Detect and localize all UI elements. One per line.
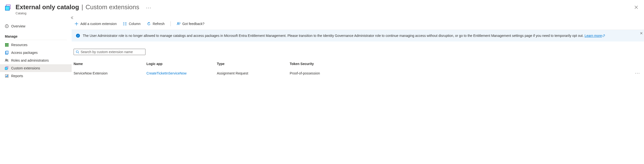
svg-rect-22 xyxy=(6,75,7,77)
breadcrumb: Catalog xyxy=(16,11,152,15)
close-icon xyxy=(634,6,638,10)
svg-rect-19 xyxy=(5,67,7,70)
svg-rect-1 xyxy=(5,6,10,10)
page-title-bold: External only catalog xyxy=(16,3,79,11)
svg-rect-6 xyxy=(6,43,7,44)
button-label: Column xyxy=(129,22,140,26)
svg-rect-5 xyxy=(5,43,6,44)
col-header-logic-app[interactable]: Logic app xyxy=(146,62,217,66)
info-circle-icon: i xyxy=(76,34,80,38)
external-link-icon xyxy=(602,34,605,38)
info-icon xyxy=(5,24,9,28)
plus-icon xyxy=(74,22,78,26)
refresh-button[interactable]: Refresh xyxy=(146,21,166,27)
svg-rect-8 xyxy=(5,44,6,45)
main-content: Add a custom extension Column Refresh xyxy=(72,16,644,80)
more-actions-button[interactable]: ··· xyxy=(146,5,152,10)
table-row: ServiceNow Extension CreateTicketInServi… xyxy=(74,68,642,78)
page-title-sub: Custom extensions xyxy=(86,3,139,11)
svg-point-25 xyxy=(76,51,78,53)
toolbar: Add a custom extension Column Refresh xyxy=(72,19,644,30)
search-icon xyxy=(76,50,79,54)
feedback-button[interactable]: Got feedback? xyxy=(176,21,206,27)
report-icon xyxy=(5,74,9,78)
svg-rect-10 xyxy=(8,44,8,45)
sidebar: Overview Manage Resources Access packag xyxy=(0,16,72,80)
svg-rect-15 xyxy=(6,51,8,54)
people-icon xyxy=(5,58,9,62)
sidebar-item-resources[interactable]: Resources xyxy=(0,41,72,49)
svg-point-24 xyxy=(177,22,178,24)
page-header: External only catalog | Custom extension… xyxy=(0,0,644,16)
svg-rect-21 xyxy=(6,76,6,77)
svg-rect-9 xyxy=(6,44,7,45)
refresh-icon xyxy=(147,22,151,26)
info-banner: i The User Administrator role is no long… xyxy=(72,30,644,41)
extension-icon xyxy=(5,66,9,70)
sidebar-item-access-packages[interactable]: Access packages xyxy=(0,49,72,56)
cell-name: ServiceNow Extension xyxy=(74,71,146,75)
collapse-sidebar-button[interactable] xyxy=(70,16,74,20)
sidebar-item-label: Reports xyxy=(11,74,23,78)
sidebar-section-manage: Manage xyxy=(5,32,67,40)
sidebar-item-reports[interactable]: Reports xyxy=(0,72,72,80)
svg-rect-12 xyxy=(6,46,7,47)
svg-rect-7 xyxy=(8,43,8,44)
search-input[interactable] xyxy=(80,50,143,54)
sidebar-item-custom-extensions[interactable]: Custom extensions xyxy=(0,64,72,72)
svg-rect-4 xyxy=(6,25,7,26)
svg-point-17 xyxy=(7,59,8,60)
close-button[interactable] xyxy=(633,4,639,11)
dismiss-banner-button[interactable] xyxy=(640,31,642,35)
sidebar-item-label: Resources xyxy=(11,43,28,47)
search-box[interactable] xyxy=(74,49,146,55)
package-icon xyxy=(5,51,9,55)
button-label: Add a custom extension xyxy=(80,22,116,26)
table-header-row: Name Logic app Type Token Security xyxy=(74,59,642,68)
sidebar-item-label: Custom extensions xyxy=(11,66,40,70)
extensions-table: Name Logic app Type Token Security Servi… xyxy=(72,59,644,78)
cell-token-security: Proof-of-possession xyxy=(290,71,632,75)
svg-rect-11 xyxy=(5,46,6,47)
button-label: Got feedback? xyxy=(182,22,204,26)
svg-rect-23 xyxy=(7,75,8,77)
button-label: Refresh xyxy=(153,22,165,26)
cell-type: Assignment Request xyxy=(217,71,290,75)
sidebar-item-label: Overview xyxy=(11,24,25,28)
add-extension-button[interactable]: Add a custom extension xyxy=(74,21,118,27)
feedback-icon xyxy=(176,22,180,26)
title-separator: | xyxy=(82,3,83,11)
toolbar-separator xyxy=(170,21,171,26)
cell-logic-app-link[interactable]: CreateTicketInServiceNow xyxy=(146,71,217,75)
sidebar-item-label: Access packages xyxy=(11,51,38,55)
svg-rect-13 xyxy=(8,46,8,47)
svg-rect-3 xyxy=(6,26,7,27)
learn-more-link[interactable]: Learn more xyxy=(584,34,605,38)
col-header-type[interactable]: Type xyxy=(217,62,290,66)
sidebar-item-label: Roles and administrators xyxy=(11,58,49,62)
banner-text: The User Administrator role is no longer… xyxy=(83,33,605,38)
catalog-icon xyxy=(5,4,12,12)
sidebar-item-roles[interactable]: Roles and administrators xyxy=(0,56,72,64)
col-header-name[interactable]: Name xyxy=(74,62,146,66)
grid-icon xyxy=(5,43,9,47)
row-actions-button[interactable]: ··· xyxy=(632,71,642,76)
columns-icon xyxy=(123,22,127,26)
col-header-token-security[interactable]: Token Security xyxy=(290,62,632,66)
sidebar-item-overview[interactable]: Overview xyxy=(0,22,72,30)
svg-point-16 xyxy=(6,59,7,60)
column-button[interactable]: Column xyxy=(122,21,141,27)
